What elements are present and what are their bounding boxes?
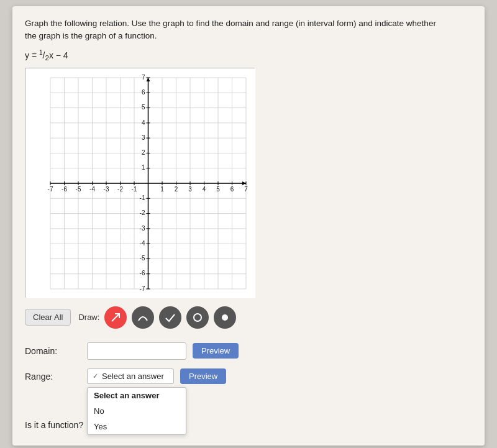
draw-label: Draw: (78, 313, 99, 322)
check-tool-button[interactable] (159, 306, 181, 329)
range-dropdown: Select an answer No Yes (87, 387, 186, 435)
range-select-container: ✓ Select an answer Select an answer No Y… (87, 368, 174, 384)
domain-preview-button[interactable]: Preview (193, 343, 239, 359)
range-label: Range: (25, 368, 81, 382)
svg-line-0 (112, 314, 119, 321)
range-option-no[interactable]: No (88, 403, 186, 419)
range-option-yes[interactable]: Yes (88, 419, 186, 434)
graph-canvas[interactable] (25, 68, 255, 298)
is-function-label: Is it a function? (25, 420, 83, 430)
page-container: Graph the following relation. Use the gr… (12, 6, 485, 446)
curve-tool-button[interactable] (132, 306, 154, 329)
range-preview-button[interactable]: Preview (180, 368, 226, 384)
dot-tool-button[interactable] (214, 306, 236, 329)
svg-point-2 (222, 314, 228, 321)
range-option-select-an-answer[interactable]: Select an answer (88, 388, 186, 403)
domain-row: Domain: Preview (25, 342, 472, 360)
domain-label: Domain: (25, 346, 81, 356)
problem-text: Graph the following relation. Use the gr… (25, 17, 447, 43)
toolbar: Clear All Draw: (25, 306, 472, 329)
range-selected-value: Select an answer (102, 372, 168, 381)
range-row: Range: ✓ Select an answer Select an answ… (25, 368, 472, 384)
arrow-tool-button[interactable] (104, 306, 127, 329)
graph-area (25, 68, 255, 298)
clear-all-button[interactable]: Clear All (25, 309, 71, 326)
svg-point-1 (194, 314, 201, 321)
equation: y = 1/2x − 4 (25, 49, 472, 62)
circle-tool-button[interactable] (186, 306, 209, 329)
range-select-button[interactable]: ✓ Select an answer (87, 368, 174, 384)
fields-section: Domain: Preview Range: ✓ Select an answe… (25, 342, 472, 433)
domain-input[interactable] (87, 342, 186, 360)
